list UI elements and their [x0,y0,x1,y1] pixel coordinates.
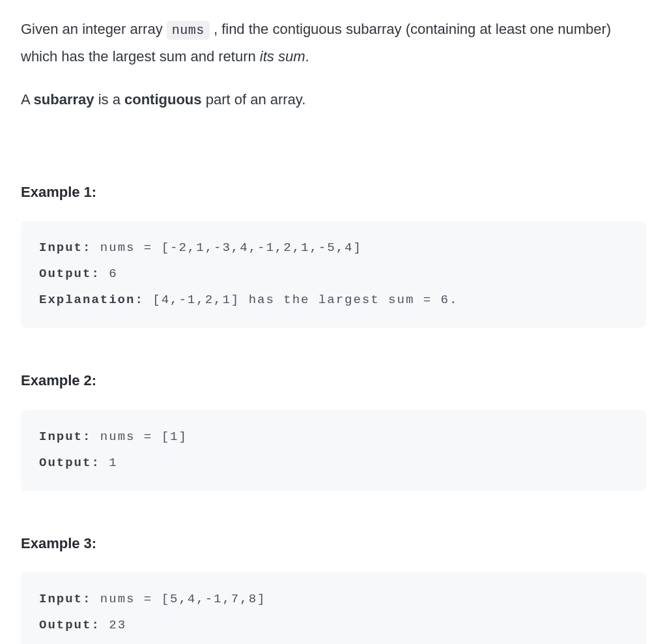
code-line: Output: 1 [39,450,628,476]
code-line-text: [4,-1,2,1] has the largest sum = 6. [144,293,458,307]
code-line-text: nums = [1] [91,430,187,444]
example-code-block: Input: nums = [1]Output: 1 [21,410,646,491]
code-line-text: nums = [-2,1,-3,4,-1,2,1,-5,4] [91,241,362,255]
text-segment: Given an integer array [21,21,167,37]
code-line: Input: nums = [1] [39,424,628,450]
code-line-label: Explanation: [39,293,144,307]
code-line-text: 23 [100,618,126,632]
italic-text: its sum [260,48,305,65]
description-paragraph-1: Given an integer array nums , find the c… [21,16,646,70]
text-segment: . [305,48,309,65]
code-line-label: Input: [39,592,91,606]
code-line-label: Output: [39,618,100,632]
code-line-text: 1 [100,456,118,470]
code-line: Output: 6 [39,261,628,287]
code-line-label: Input: [39,241,91,255]
code-line-label: Output: [39,267,100,281]
example-code-block: Input: nums = [5,4,-1,7,8]Output: 23 [21,572,646,644]
inline-code-nums: nums [167,21,210,40]
code-line: Output: 23 [39,613,628,639]
text-segment: is a [94,91,124,108]
code-line: Explanation: [4,-1,2,1] has the largest … [39,287,628,314]
bold-text: contiguous [124,91,202,108]
problem-description: Given an integer array nums , find the c… [21,16,646,113]
example-code-block: Input: nums = [-2,1,-3,4,-1,2,1,-5,4]Out… [21,221,646,328]
code-line: Input: nums = [5,4,-1,7,8] [39,587,628,613]
code-line-text: nums = [5,4,-1,7,8] [91,592,266,606]
description-paragraph-2: A subarray is a contiguous part of an ar… [21,86,646,113]
text-segment: A [21,91,34,108]
bold-text: subarray [34,91,94,108]
code-line-label: Output: [39,456,100,470]
example-heading: Example 1: [21,179,646,206]
code-line-label: Input: [39,430,91,444]
example-heading: Example 2: [21,367,646,394]
code-line: Input: nums = [-2,1,-3,4,-1,2,1,-5,4] [39,235,628,261]
code-line-text: 6 [100,267,118,281]
example-heading: Example 3: [21,530,646,557]
examples-section: Example 1:Input: nums = [-2,1,-3,4,-1,2,… [21,179,646,644]
text-segment: part of an array. [202,91,306,108]
